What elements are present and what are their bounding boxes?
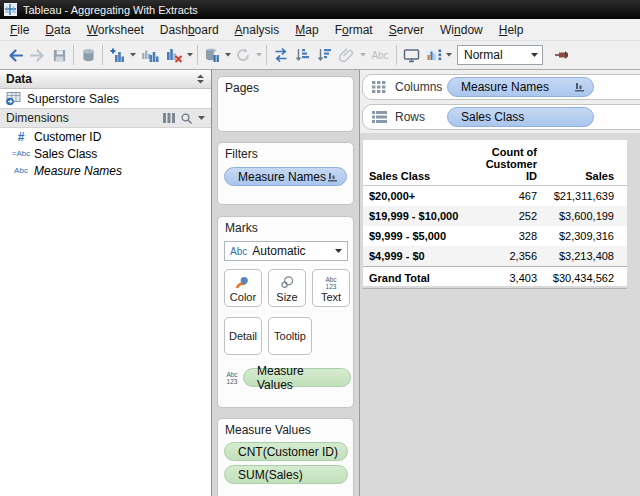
columns-pill-measure-names[interactable]: Measure Names <box>447 77 594 97</box>
view-columns-icon[interactable] <box>163 113 175 123</box>
datasource-name: Superstore Sales <box>27 92 119 106</box>
pill-label: SUM(Sales) <box>238 468 303 482</box>
abc123-icon: Abc 123 <box>224 371 240 385</box>
sales-value[interactable]: $3,600,199 <box>537 210 614 222</box>
text-button[interactable]: Abc 123 Text <box>312 269 350 307</box>
clear-sheet-button[interactable] <box>163 43 185 67</box>
pin-button[interactable] <box>549 43 575 67</box>
save-button[interactable] <box>48 43 70 67</box>
count-value[interactable]: 3,403 <box>483 272 537 284</box>
forward-icon <box>29 48 46 63</box>
column-header-sales-class[interactable]: Sales Class <box>369 170 483 182</box>
sort-ascending-icon <box>295 47 311 63</box>
data-source-icon <box>81 48 96 63</box>
columns-shelf[interactable]: Columns Measure Names <box>362 74 640 100</box>
pill-menu-icon[interactable] <box>575 82 585 92</box>
sales-value[interactable]: $2,309,316 <box>537 230 614 242</box>
count-value[interactable]: 328 <box>483 230 537 242</box>
new-worksheet-button[interactable] <box>106 43 128 67</box>
auto-update-button[interactable] <box>201 43 223 67</box>
dimensions-title: Dimensions <box>6 111 69 125</box>
run-update-button[interactable] <box>232 43 254 67</box>
column-header-count-of-customer-id[interactable]: Count of Customer ID <box>483 146 537 182</box>
back-button[interactable] <box>4 43 26 67</box>
swap-button[interactable] <box>270 43 292 67</box>
clear-sheet-caret[interactable] <box>185 43 194 67</box>
auto-update-caret[interactable] <box>223 43 232 67</box>
pill-cnt-customer-id[interactable]: CNT(Customer ID) <box>224 442 348 461</box>
column-header-sales[interactable]: Sales <box>537 170 614 182</box>
row-header[interactable]: $9,999 - $5,000 <box>369 230 483 242</box>
menu-window[interactable]: Window <box>432 21 491 39</box>
pill-menu-icon[interactable] <box>328 172 338 182</box>
sales-value[interactable]: $30,434,562 <box>537 272 614 284</box>
chevron-down-icon <box>531 53 538 58</box>
show-mark-labels-button[interactable]: Abc <box>367 43 393 67</box>
menu-dashboard[interactable]: Dashboard <box>152 21 227 39</box>
menu-file[interactable]: File <box>2 21 37 39</box>
main-area: Data Superstore Sales Dimensions <box>0 70 640 496</box>
pill-sum-sales[interactable]: SUM(Sales) <box>224 465 348 484</box>
grand-total-row: Grand Total 3,403 $30,434,562 <box>363 266 627 289</box>
datasource-extract-icon <box>5 91 22 106</box>
crosstab-table: Sales Class Count of Customer ID Sales <box>363 140 627 289</box>
search-icon[interactable] <box>181 113 192 124</box>
marks-card[interactable]: Marks Abc Automatic Color <box>217 216 354 408</box>
pane-splitter-icon[interactable] <box>196 74 205 84</box>
menu-help[interactable]: Help <box>491 21 532 39</box>
row-header[interactable]: $4,999 - $0 <box>369 250 483 262</box>
field-customer-id[interactable]: # Customer ID <box>0 128 211 145</box>
sales-value[interactable]: $21,311,639 <box>537 190 614 202</box>
filter-pill-measure-names[interactable]: Measure Names <box>224 167 347 186</box>
presentation-mode-button[interactable] <box>400 43 422 67</box>
cards-column: Pages Filters Measure Names Marks Abc <box>212 70 360 496</box>
chevron-down-icon[interactable] <box>198 116 205 121</box>
sales-value[interactable]: $3,213,408 <box>537 250 614 262</box>
datasource-item[interactable]: Superstore Sales <box>0 89 211 108</box>
rows-pill-sales-class[interactable]: Sales Class <box>447 107 594 127</box>
toolbar: Abc Normal <box>0 41 640 70</box>
show-me-button[interactable] <box>422 43 444 67</box>
size-button[interactable]: Size <box>268 269 306 307</box>
text-label: Text <box>321 291 341 303</box>
menu-worksheet[interactable]: Worksheet <box>79 21 152 39</box>
menu-format[interactable]: Format <box>327 21 381 39</box>
pages-card[interactable]: Pages <box>217 76 354 132</box>
show-me-caret[interactable] <box>444 43 453 67</box>
row-header[interactable]: $20,000+ <box>369 190 483 202</box>
run-update-caret[interactable] <box>254 43 263 67</box>
row-header[interactable]: Grand Total <box>369 272 483 284</box>
duplicate-sheet-button[interactable] <box>137 43 163 67</box>
menu-analysis[interactable]: Analysis <box>227 21 288 39</box>
tableau-logo-icon <box>4 3 17 16</box>
color-button[interactable]: Color <box>224 269 262 307</box>
pill-label: Measure Names <box>238 170 326 184</box>
field-sales-class[interactable]: =Abc Sales Class <box>0 145 211 162</box>
new-worksheet-caret[interactable] <box>128 43 137 67</box>
field-measure-names[interactable]: Abc Measure Names <box>0 162 211 179</box>
sort-descending-button[interactable] <box>314 43 336 67</box>
view-mode-select[interactable]: Normal <box>457 45 543 65</box>
data-source-button[interactable] <box>77 43 99 67</box>
filters-card[interactable]: Filters Measure Names <box>217 142 354 205</box>
chevron-down-icon <box>446 53 452 57</box>
count-value[interactable]: 252 <box>483 210 537 222</box>
marks-pill-measure-values[interactable]: Measure Values <box>243 368 351 387</box>
menu-data[interactable]: Data <box>37 21 78 39</box>
group-members-button[interactable] <box>336 43 358 67</box>
sort-ascending-button[interactable] <box>292 43 314 67</box>
row-header[interactable]: $19,999 - $10,000 <box>369 210 483 222</box>
mark-type-dropdown[interactable]: Abc Automatic <box>224 241 348 261</box>
menu-server[interactable]: Server <box>381 21 432 39</box>
count-value[interactable]: 2,356 <box>483 250 537 262</box>
forward-button[interactable] <box>26 43 48 67</box>
detail-button[interactable]: Detail <box>224 317 262 355</box>
marks-shelf-row: Abc 123 Measure Values <box>224 368 351 387</box>
menu-map[interactable]: Map <box>287 21 326 39</box>
measure-values-card[interactable]: Measure Values CNT(Customer ID) SUM(Sale… <box>217 418 354 496</box>
count-value[interactable]: 467 <box>483 190 537 202</box>
worksheet-canvas: Sales Class Count of Customer ID Sales <box>360 133 640 496</box>
tooltip-button[interactable]: Tooltip <box>268 317 312 355</box>
rows-shelf[interactable]: Rows Sales Class <box>362 104 640 130</box>
group-members-caret[interactable] <box>358 43 367 67</box>
